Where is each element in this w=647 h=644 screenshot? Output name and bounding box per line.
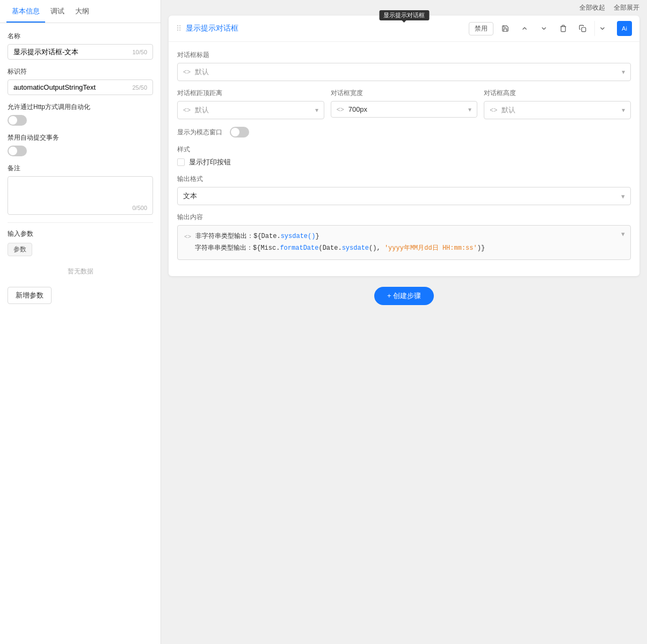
left-content: 名称 10/50 标识符 25/50 允许通过Http方式调用自动化 禁用自动提…	[0, 23, 161, 644]
print-btn-row: 显示打印按钮	[177, 157, 631, 167]
step-card-body: 对话框标题 <> 默认 ▾ 对话框距顶距离 <> 默认 ▾	[169, 42, 639, 276]
code-line-2: 字符串串类型输出：${Misc.formatDate(Date.sysdate(…	[184, 243, 624, 255]
dialog-height-value: 默认	[501, 105, 622, 115]
code-line1-icon: <>	[184, 232, 191, 243]
input-params-area: 输入参数 参数 暂无数据 新增参数	[8, 222, 153, 304]
add-param-button[interactable]: 新增参数	[8, 287, 52, 304]
dialog-width-col: 对话框宽度 <> 700px ▾	[331, 89, 478, 119]
auto-submit-toggle[interactable]	[8, 146, 27, 156]
dialog-title-select[interactable]: <> 默认 ▾	[177, 63, 631, 81]
http-field-group: 允许通过Http方式调用自动化	[8, 103, 153, 126]
step-header-actions: 禁用	[469, 21, 632, 36]
dialog-width-value: 700px	[348, 105, 469, 113]
svg-rect-0	[581, 27, 586, 32]
style-label: 样式	[177, 145, 631, 154]
dialog-width-code-icon: <>	[337, 106, 344, 113]
dialog-dims-row: 对话框距顶距离 <> 默认 ▾ 对话框宽度 <> 700px ▾	[177, 89, 631, 119]
param-tag[interactable]: 参数	[8, 243, 32, 256]
collapse-all-button[interactable]: 全部收起	[579, 3, 605, 12]
dialog-top-select[interactable]: <> 默认 ▾	[177, 101, 324, 119]
dialog-top-value: 默认	[195, 105, 315, 115]
notes-textarea[interactable]	[13, 180, 147, 209]
tab-debug[interactable]: 调试	[45, 0, 70, 23]
output-format-row: 输出格式 文本 ▾	[177, 175, 631, 205]
delete-icon-button[interactable]	[556, 21, 571, 36]
id-field-group: 标识符 25/50	[8, 67, 153, 95]
dialog-width-label: 对话框宽度	[331, 89, 478, 98]
dialog-top-code-icon: <>	[183, 106, 191, 114]
code-line2-prefix: 字符串串类型输出：${Misc.formatDate(Date.sysdate(…	[195, 243, 485, 255]
id-label: 标识符	[8, 67, 153, 76]
save-icon-button[interactable]	[498, 21, 513, 36]
output-content-label: 输出内容	[177, 213, 631, 222]
print-btn-label: 显示打印按钮	[189, 157, 231, 167]
output-format-label: 输出格式	[177, 175, 631, 184]
right-panel: 全部收起 全部展开 显示提示对话框 ⠿ 显示提示对话框 禁用	[161, 0, 647, 644]
dialog-top-col: 对话框距顶距离 <> 默认 ▾	[177, 89, 324, 119]
http-label: 允许通过Http方式调用自动化	[8, 103, 153, 112]
name-input[interactable]	[13, 48, 129, 56]
tab-bar: 基本信息 调试 大纲	[0, 0, 161, 23]
tooltip-badge: 显示提示对话框	[379, 10, 429, 20]
step-title: 显示提示对话框	[186, 24, 469, 33]
dialog-title-row: 对话框标题 <> 默认 ▾	[177, 50, 631, 81]
auto-submit-label: 禁用自动提交事务	[8, 133, 153, 142]
code-line1-prefix: 非字符串类型输出：${Date.sysdate()}	[195, 231, 319, 243]
dialog-height-select[interactable]: <> 默认 ▾	[484, 101, 631, 119]
name-input-wrapper[interactable]: 10/50	[8, 44, 153, 60]
left-panel: 基本信息 调试 大纲 名称 10/50 标识符 25/50 允许通过Http方式…	[0, 0, 161, 644]
dialog-title-chevron-icon: ▾	[622, 68, 625, 76]
name-field-group: 名称 10/50	[8, 32, 153, 60]
notes-field-group: 备注 0/500	[8, 164, 153, 215]
dialog-title-label: 对话框标题	[177, 50, 631, 60]
output-format-value: 文本	[183, 191, 621, 201]
dialog-top-label: 对话框距顶距离	[177, 89, 324, 98]
tab-basic-info[interactable]: 基本信息	[6, 0, 45, 23]
dialog-title-value: 默认	[195, 67, 622, 77]
input-params-label: 输入参数	[8, 229, 153, 238]
step-card: 显示提示对话框 ⠿ 显示提示对话框 禁用	[169, 16, 639, 276]
output-format-chevron-icon: ▾	[621, 192, 625, 200]
drag-handle-icon[interactable]: ⠿	[176, 24, 181, 33]
name-char-count: 10/50	[132, 49, 147, 55]
dialog-width-select[interactable]: <> 700px ▾	[331, 101, 478, 118]
dialog-width-chevron-icon: ▾	[468, 106, 471, 113]
auto-submit-field-group: 禁用自动提交事务	[8, 133, 153, 156]
step-card-header: 显示提示对话框 ⠿ 显示提示对话框 禁用	[169, 16, 639, 42]
output-content-code-block: <> 非字符串类型输出：${Date.sysdate()} 字符串串类型输出：$…	[177, 225, 631, 260]
code-line-1: <> 非字符串类型输出：${Date.sysdate()}	[184, 231, 624, 243]
dialog-top-chevron-icon: ▾	[315, 106, 318, 114]
modal-toggle-row: 显示为模态窗口	[177, 127, 631, 138]
copy-icon-button[interactable]	[575, 21, 590, 36]
expand-icon-button[interactable]	[594, 21, 609, 36]
create-step-area: + 创建步骤	[161, 276, 647, 316]
avatar-button[interactable]: Ai	[617, 21, 632, 36]
modal-label: 显示为模态窗口	[177, 128, 222, 137]
id-char-count: 25/50	[132, 84, 147, 91]
output-content-row: 输出内容 <> 非字符串类型输出：${Date.sysdate()} 字符串串类…	[177, 213, 631, 260]
dialog-height-chevron-icon: ▾	[622, 106, 625, 114]
notes-label: 备注	[8, 164, 153, 173]
expand-all-button[interactable]: 全部展开	[614, 3, 639, 12]
code-icon: <>	[183, 68, 191, 76]
dialog-height-col: 对话框高度 <> 默认 ▾	[484, 89, 631, 119]
down-icon-button[interactable]	[536, 21, 551, 36]
code-expand-icon[interactable]: ▾	[621, 230, 625, 238]
output-format-select[interactable]: 文本 ▾	[177, 187, 631, 205]
name-label: 名称	[8, 32, 153, 41]
http-toggle[interactable]	[8, 115, 27, 126]
tab-outline[interactable]: 大纲	[70, 0, 94, 23]
id-input[interactable]	[13, 83, 129, 91]
create-step-button[interactable]: + 创建步骤	[374, 287, 434, 305]
up-icon-button[interactable]	[517, 21, 532, 36]
no-data-text: 暂无数据	[8, 261, 153, 283]
dialog-height-code-icon: <>	[490, 106, 497, 114]
style-section: 样式 显示打印按钮	[177, 145, 631, 167]
notes-char-count: 0/500	[132, 205, 147, 211]
modal-toggle[interactable]	[230, 127, 249, 138]
print-btn-checkbox[interactable]	[177, 158, 185, 166]
notes-textarea-wrapper: 0/500	[8, 176, 153, 215]
id-input-wrapper[interactable]: 25/50	[8, 79, 153, 95]
disable-button[interactable]: 禁用	[469, 22, 493, 35]
dialog-height-label: 对话框高度	[484, 89, 631, 98]
